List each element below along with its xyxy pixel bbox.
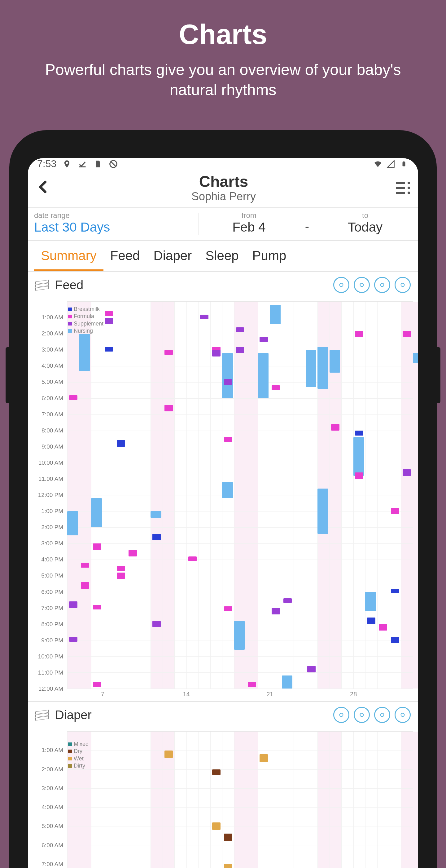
chart-event bbox=[272, 608, 280, 614]
y-tick: 5:00 PM bbox=[41, 572, 63, 579]
back-button[interactable] bbox=[36, 177, 55, 199]
y-tick: 5:00 AM bbox=[41, 378, 63, 385]
chart-event bbox=[188, 556, 197, 561]
supplement-icon[interactable] bbox=[394, 277, 411, 293]
y-tick: 3:00 PM bbox=[41, 540, 63, 547]
hero-title: Charts bbox=[0, 0, 446, 51]
drop-outline-icon[interactable] bbox=[394, 707, 411, 723]
feed-section: Feed 1:00 AM2:00 AM3:00 AM4:00 AM5:00 AM… bbox=[28, 272, 418, 702]
chart-event bbox=[165, 405, 173, 411]
chart-event bbox=[212, 823, 220, 830]
chart-event bbox=[413, 353, 418, 363]
phone-mock: 7:53 bbox=[9, 130, 437, 868]
chart-event bbox=[403, 331, 411, 337]
chart-event bbox=[165, 350, 173, 355]
wifi-icon bbox=[373, 159, 383, 169]
chart-event bbox=[367, 618, 375, 624]
chart-event bbox=[117, 566, 125, 571]
y-tick: 1:00 AM bbox=[41, 747, 63, 754]
chart-event bbox=[93, 544, 101, 550]
feed-legend: BreastmilkFormulaSupplementNursing bbox=[68, 306, 103, 335]
battery-icon bbox=[399, 159, 409, 169]
chart-event bbox=[307, 666, 316, 672]
chart-event bbox=[391, 508, 399, 515]
date-range-row: date range Last 30 Days from Feb 4 - to … bbox=[28, 208, 418, 241]
date-range-selector[interactable]: date range Last 30 Days bbox=[34, 211, 196, 235]
chart-event bbox=[69, 601, 77, 608]
formula-bottle-icon[interactable] bbox=[374, 277, 390, 293]
tab-feed[interactable]: Feed bbox=[103, 241, 147, 271]
chart-event bbox=[272, 385, 280, 390]
chart-event bbox=[403, 469, 411, 476]
cell-signal-icon bbox=[386, 159, 396, 169]
legend-item: Dry bbox=[68, 748, 89, 755]
chart-event bbox=[117, 572, 125, 579]
diaper-legend: MixedDryWetDirty bbox=[68, 741, 89, 770]
status-bar: 7:53 bbox=[28, 158, 418, 169]
chart-event bbox=[355, 472, 363, 479]
date-from-selector[interactable]: from Feb 4 bbox=[202, 211, 296, 235]
poop-icon[interactable] bbox=[333, 707, 349, 723]
chart-event bbox=[200, 315, 208, 320]
legend-item: Breastmilk bbox=[68, 306, 103, 313]
y-tick: 3:00 AM bbox=[41, 785, 63, 792]
chart-event bbox=[165, 750, 173, 758]
chart-event bbox=[224, 379, 232, 385]
svg-point-4 bbox=[360, 283, 364, 287]
chart-event bbox=[331, 424, 339, 431]
svg-rect-2 bbox=[403, 161, 405, 162]
legend-item: Nursing bbox=[68, 328, 103, 335]
y-tick: 11:00 AM bbox=[38, 475, 63, 483]
layers-icon[interactable] bbox=[35, 708, 49, 722]
chart-event bbox=[282, 676, 293, 688]
chart-event bbox=[283, 598, 292, 603]
chart-event bbox=[91, 498, 102, 527]
y-tick: 9:00 PM bbox=[41, 637, 63, 644]
feed-section-title: Feed bbox=[55, 278, 83, 292]
y-tick: 4:00 AM bbox=[41, 804, 63, 811]
status-time: 7:53 bbox=[37, 158, 56, 169]
y-tick: 2:00 AM bbox=[41, 766, 63, 773]
chart-event bbox=[353, 437, 364, 476]
y-tick: 10:00 AM bbox=[38, 459, 63, 466]
chart-event bbox=[365, 592, 376, 611]
menu-button[interactable] bbox=[393, 182, 410, 194]
chart-event bbox=[355, 431, 363, 436]
y-tick: 10:00 PM bbox=[38, 653, 63, 660]
x-tick: 7 bbox=[101, 691, 104, 698]
y-tick: 3:00 AM bbox=[41, 346, 63, 353]
chart-event bbox=[81, 582, 89, 589]
tab-sleep[interactable]: Sleep bbox=[199, 241, 245, 271]
tab-pump[interactable]: Pump bbox=[246, 241, 293, 271]
date-range-label: date range bbox=[34, 211, 196, 220]
y-tick: 4:00 AM bbox=[41, 362, 63, 369]
chart-event bbox=[317, 489, 328, 534]
diaper-section-title: Diaper bbox=[55, 708, 92, 722]
svg-rect-1 bbox=[403, 162, 405, 166]
location-icon bbox=[62, 159, 72, 169]
chart-event bbox=[93, 605, 101, 610]
layers-icon[interactable] bbox=[35, 278, 49, 292]
poop-drop-icon[interactable] bbox=[374, 707, 390, 723]
y-tick: 1:00 PM bbox=[41, 508, 63, 515]
tab-diaper[interactable]: Diaper bbox=[146, 241, 199, 271]
chart-event bbox=[105, 318, 113, 324]
y-tick: 7:00 PM bbox=[41, 605, 63, 612]
bottle-icon[interactable] bbox=[354, 277, 370, 293]
chart-event bbox=[260, 754, 268, 762]
chart-event bbox=[69, 637, 77, 642]
chart-event bbox=[69, 395, 77, 400]
y-tick: 2:00 PM bbox=[41, 524, 63, 531]
y-tick: 4:00 PM bbox=[41, 556, 63, 563]
chart-event bbox=[379, 624, 387, 630]
chart-event bbox=[236, 328, 244, 332]
date-to-selector[interactable]: to Today bbox=[318, 211, 412, 235]
tab-summary[interactable]: Summary bbox=[34, 241, 103, 271]
y-tick: 8:00 PM bbox=[41, 621, 63, 628]
breastmilk-icon[interactable] bbox=[333, 277, 349, 293]
drop-icon[interactable] bbox=[354, 707, 370, 723]
chart-event bbox=[152, 621, 161, 627]
chart-event bbox=[129, 550, 137, 556]
chart-event bbox=[234, 621, 245, 650]
chart-event bbox=[270, 305, 281, 324]
